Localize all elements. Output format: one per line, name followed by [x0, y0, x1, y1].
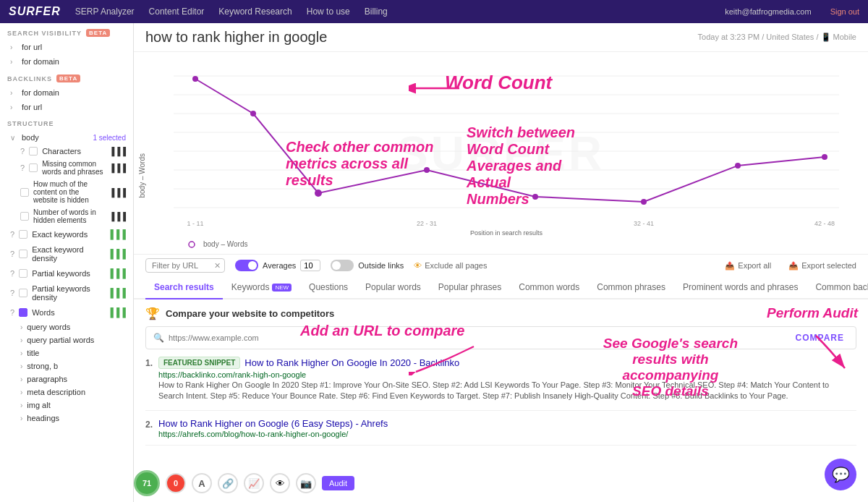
sidebar-sub-query-words[interactable]: › query words — [0, 320, 133, 333]
averages-number-input[interactable] — [300, 260, 320, 271]
result-number-2: 2. — [145, 420, 153, 430]
score-71: 71 — [134, 470, 160, 496]
nav-serp-analyzer[interactable]: SERP Analyzer — [75, 7, 135, 17]
sign-out-link[interactable]: Sign out — [830, 7, 859, 16]
tab-popular-words[interactable]: Popular words — [357, 276, 430, 299]
sidebar-item-for-url[interactable]: › for url — [0, 40, 133, 54]
tab-common-words[interactable]: Common words — [510, 276, 588, 299]
sidebar-sub-title[interactable]: › title — [0, 346, 133, 360]
question-icon: ? — [20, 147, 25, 156]
tab-popular-phrases[interactable]: Popular phrases — [430, 276, 510, 299]
sidebar-item-words[interactable]: ? Words ▐▐▐ — [0, 305, 133, 320]
sidebar-item-exact-keywords[interactable]: ? Exact keywords ▐▐▐ — [0, 226, 133, 242]
svg-point-20 — [532, 194, 538, 200]
bar-chart-icon: ▐▐▐ — [109, 212, 126, 221]
export-selected-btn[interactable]: 📤 Export selected — [788, 261, 856, 271]
checkbox-exact-density[interactable] — [19, 250, 27, 258]
svg-point-17 — [250, 111, 256, 116]
svg-point-16 — [192, 76, 198, 82]
svg-point-29 — [189, 242, 195, 247]
toggle-knob — [248, 261, 257, 270]
audit-button[interactable]: Audit — [322, 476, 354, 490]
score-badges-row: 71 0 A 🔗 📈 👁 📷 Audit — [134, 470, 354, 496]
chat-bubble[interactable]: 💬 — [825, 459, 856, 490]
averages-toggle[interactable] — [235, 260, 258, 271]
clear-filter-icon[interactable]: ✕ — [214, 261, 221, 271]
svg-text:Position in search results: Position in search results — [470, 229, 543, 237]
outside-links-toggle[interactable] — [331, 260, 354, 271]
filter-url-input[interactable] — [145, 258, 225, 273]
toggle-knob — [332, 261, 341, 270]
checkbox-words-hidden[interactable] — [20, 212, 29, 221]
export-icon: 📤 — [725, 261, 735, 271]
logo: SURFER — [9, 5, 61, 18]
bar-chart-icon: ▐▐▐ — [107, 307, 126, 318]
content-area: Add an URL to compare See Google's searc… — [134, 299, 868, 502]
outside-links-toggle-wrap: Outside links — [331, 260, 404, 271]
score-icon-camera: 📷 — [296, 473, 316, 493]
chevron-down-icon: ∨ — [10, 134, 17, 142]
result-1-desc: How to Rank Higher On Google In 2020 Ste… — [158, 380, 856, 402]
result-1-url[interactable]: https://backlinko.com/rank-high-on-googl… — [158, 370, 856, 379]
sidebar-sub-paragraphs[interactable]: › paragraphs — [0, 373, 133, 386]
legend-label: body – Words — [203, 240, 248, 248]
backlinks-section: BACKLINKS BETA — [0, 69, 133, 85]
sidebar-item-partial-keywords[interactable]: ? Partial keywords ▐▐▐ — [0, 265, 133, 281]
question-icon: ? — [10, 308, 14, 317]
sidebar-sub-characters[interactable]: ? Characters ▐▐▐ — [0, 145, 133, 158]
tab-common-phrases[interactable]: Common phrases — [588, 276, 674, 299]
svg-text:22 - 31: 22 - 31 — [417, 220, 437, 227]
nav-content-editor[interactable]: Content Editor — [149, 7, 205, 17]
beta-badge: BETA — [86, 29, 110, 37]
sidebar-sub-missing-common[interactable]: ? Missing common words and phrases ▐▐▐ — [0, 158, 133, 178]
result-1-title[interactable]: How to Rank Higher On Google In 2020 - B… — [244, 357, 459, 368]
checkbox-partial-density[interactable] — [19, 289, 27, 297]
tab-questions[interactable]: Questions — [300, 276, 357, 299]
checkbox-partial-keywords[interactable] — [19, 269, 27, 278]
question-icon: ? — [10, 289, 14, 297]
checkbox-missing-common[interactable] — [29, 163, 38, 172]
bar-chart-icon: ▐▐▐ — [109, 188, 126, 197]
sidebar-sub-headings[interactable]: › headings — [0, 412, 133, 425]
sidebar-item-body[interactable]: ∨ body 1 selected — [0, 130, 133, 145]
eye-icon: 👁 — [414, 261, 422, 270]
tab-keywords[interactable]: Keywords NEW — [223, 276, 300, 299]
svg-point-18 — [315, 190, 322, 197]
checkbox-content-hidden[interactable] — [20, 188, 29, 197]
sidebar-item-partial-density[interactable]: ? Partial keywords density ▐▐▐ — [0, 281, 133, 305]
sidebar-item-backlinks-url[interactable]: › for url — [0, 100, 133, 114]
checkbox-characters[interactable] — [29, 147, 38, 156]
sidebar-sub-words-hidden[interactable]: Number of words in hidden elements ▐▐▐ — [0, 206, 133, 226]
compare-button[interactable]: COMPARE — [791, 331, 848, 344]
search-result-1: 1. FEATURED SNIPPET How to Rank Higher O… — [145, 357, 856, 411]
page-title: how to rank higher in google — [145, 29, 327, 46]
nav-how-to-use[interactable]: How to use — [307, 7, 350, 17]
sidebar-sub-meta-description[interactable]: › meta description — [0, 386, 133, 399]
svg-text:32 - 41: 32 - 41 — [634, 220, 654, 227]
sidebar-sub-strong[interactable]: › strong, b — [0, 360, 133, 373]
sidebar-item-backlinks-domain[interactable]: › for domain — [0, 85, 133, 100]
sidebar-sub-query-partial[interactable]: › query partial words — [0, 333, 133, 346]
compare-header: 🏆 Compare your website to competitors — [145, 307, 856, 320]
tab-prominent-words[interactable]: Prominent words and phrases — [674, 276, 807, 299]
result-2-title[interactable]: How to Rank Higher on Google (6 Easy Ste… — [158, 418, 388, 429]
sidebar-sub-img-alt[interactable]: › img alt — [0, 399, 133, 412]
checkbox-words[interactable] — [19, 308, 27, 317]
compare-url-wrap: 🔍 COMPARE — [145, 326, 856, 349]
checkbox-exact-keywords[interactable] — [19, 230, 27, 239]
score-icon-eye: 👁 — [270, 473, 290, 493]
nav-keyword-research[interactable]: Keyword Research — [218, 7, 292, 17]
bar-chart-icon: ▐▐▐ — [107, 268, 126, 278]
sidebar-item-exact-density[interactable]: ? Exact keyword density ▐▐▐ — [0, 242, 133, 265]
filter-url-wrap: ✕ — [145, 258, 225, 273]
sidebar-item-for-domain[interactable]: › for domain — [0, 54, 133, 69]
tab-search-results[interactable]: Search results — [145, 276, 223, 299]
compare-url-input[interactable] — [169, 333, 791, 342]
svg-point-19 — [424, 167, 430, 173]
export-all-btn[interactable]: 📤 Export all — [725, 261, 771, 271]
nav-billing[interactable]: Billing — [365, 7, 388, 17]
tab-common-backlinks[interactable]: Common backlinks BETA — [807, 276, 868, 299]
bar-chart-icon: ▐▐▐ — [109, 163, 126, 172]
result-2-url[interactable]: https://ahrefs.com/blog/how-to-rank-high… — [158, 430, 388, 438]
sidebar-sub-content-hidden[interactable]: How much of the content on the website i… — [0, 178, 133, 206]
